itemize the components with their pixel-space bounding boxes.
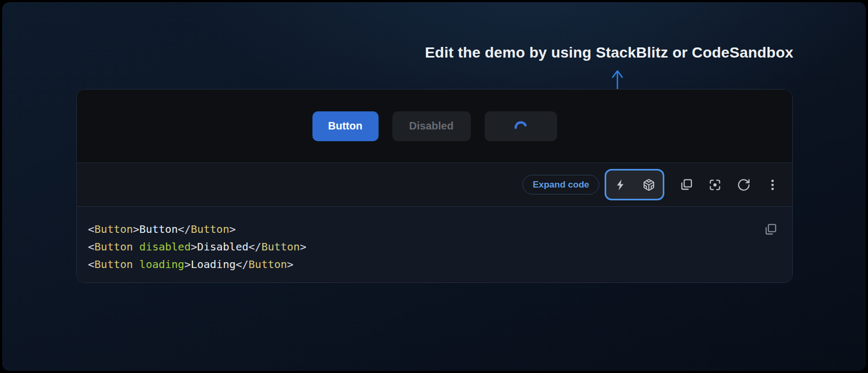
codesandbox-button[interactable] — [634, 171, 663, 199]
refresh-button[interactable] — [737, 178, 751, 192]
demo-disabled-button: Disabled — [392, 111, 471, 141]
standalone-button[interactable] — [708, 178, 722, 192]
code-line: <Button loading>Loading</Button> — [88, 256, 760, 273]
sandbox-icon-group — [605, 169, 664, 200]
arrow-head — [613, 71, 622, 77]
more-icon — [766, 178, 779, 192]
demo-toolbar: Expand code — [77, 163, 792, 207]
copy-icon — [763, 223, 777, 237]
more-actions-button[interactable] — [766, 178, 779, 192]
demo-preview: Button Disabled — [77, 90, 792, 163]
demo-card: Button Disabled Expand code — [76, 89, 793, 283]
demo-loading-button[interactable] — [485, 111, 557, 141]
code-content: <Button>Button</Button><Button disabled>… — [77, 207, 792, 273]
stackblitz-button[interactable] — [606, 171, 634, 199]
copy-code-floating-button[interactable] — [763, 223, 777, 237]
code-line: <Button>Button</Button> — [88, 221, 760, 238]
annotation-heading: Edit the demo by using StackBlitz or Cod… — [425, 44, 793, 61]
loading-spinner-icon — [513, 119, 528, 133]
expand-code-button[interactable]: Expand code — [523, 175, 599, 194]
copy-code-button[interactable] — [679, 178, 693, 192]
code-block: <Button>Button</Button><Button disabled>… — [77, 207, 792, 282]
code-line: <Button disabled>Disabled</Button> — [88, 238, 760, 256]
standalone-icon — [708, 178, 722, 192]
page-background: Edit the demo by using StackBlitz or Cod… — [2, 2, 866, 371]
demo-primary-button[interactable]: Button — [312, 111, 379, 141]
refresh-icon — [737, 178, 751, 192]
copy-icon — [679, 178, 693, 192]
codesandbox-icon — [642, 179, 655, 191]
stackblitz-icon — [614, 179, 627, 191]
